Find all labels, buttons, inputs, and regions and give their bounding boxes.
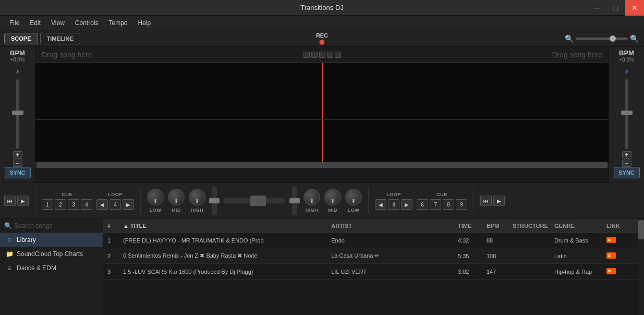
zoom-thumb[interactable] <box>610 35 616 42</box>
menu-tempo[interactable]: Tempo <box>104 17 133 29</box>
divider-4 <box>473 188 474 214</box>
right-mid-knob[interactable] <box>324 189 341 205</box>
waveform-lower[interactable] <box>35 120 609 162</box>
track-artist: La Casa Urbana ✏ <box>329 252 456 259</box>
maximize-button[interactable]: □ <box>606 0 625 16</box>
rec-indicator: REC <box>316 32 328 45</box>
rec-dot[interactable] <box>319 40 324 45</box>
right-drop-zone[interactable]: Drag song here <box>343 47 609 62</box>
col-header-link[interactable]: LINK <box>604 223 636 229</box>
left-prev-button[interactable]: ⏮ <box>4 196 16 206</box>
mini-btn-5[interactable] <box>335 52 341 58</box>
right-cue-7[interactable]: 7 <box>430 199 441 210</box>
tab-timeline[interactable]: TIMELINE <box>40 33 80 44</box>
mini-btn-1[interactable] <box>303 52 310 58</box>
right-bpm-label: BPM <box>619 49 634 57</box>
right-pitch-minus[interactable]: − <box>622 160 631 167</box>
minimize-button[interactable]: ─ <box>588 0 606 16</box>
right-pitch-thumb[interactable] <box>621 111 633 115</box>
tracklist-scrollbar-thumb[interactable] <box>638 220 644 239</box>
right-pitch-slider[interactable] <box>625 79 628 149</box>
left-high-knob[interactable] <box>189 189 205 205</box>
crossfader-thumb[interactable] <box>250 196 266 206</box>
left-cue-label: CUE <box>62 192 72 197</box>
left-mid-knob[interactable] <box>168 189 185 205</box>
left-mid-label: MID <box>172 208 181 213</box>
zoom-out-icon[interactable]: 🔍 <box>565 34 574 43</box>
track-row[interactable]: 3 1.5 -LUV SCARS K.o 1600 (Produced By D… <box>103 264 638 280</box>
deck-area: BPM +0.0% ♪ + − SYNC Drag song here Drag… <box>0 47 644 183</box>
right-cue-6[interactable]: 6 <box>417 199 428 210</box>
left-cue-3[interactable]: 3 <box>68 199 79 210</box>
menu-edit[interactable]: Edit <box>25 17 46 29</box>
left-sync-button[interactable]: SYNC <box>5 167 31 178</box>
close-button[interactable]: ✕ <box>625 0 644 16</box>
search-input[interactable] <box>14 222 99 229</box>
soundcloud-link-icon[interactable] <box>606 252 616 259</box>
tab-scope[interactable]: SCOPE <box>4 33 38 44</box>
right-high-knob[interactable] <box>303 189 320 205</box>
menu-view[interactable]: View <box>46 17 70 29</box>
tabbar: SCOPE TIMELINE REC 🔍 🔍 <box>0 30 644 47</box>
left-volume-thumb[interactable] <box>209 198 220 203</box>
right-volume-thumb[interactable] <box>289 198 300 203</box>
left-pitch-thumb[interactable] <box>12 111 23 115</box>
left-cue-1[interactable]: 1 <box>42 199 53 210</box>
right-loop-prev[interactable]: ◀ <box>375 199 386 210</box>
waveform-upper[interactable] <box>35 63 609 120</box>
track-row[interactable]: 1 (FREE DL) HAYYYO - MR TRAUMATIK & ENDO… <box>103 233 638 248</box>
zoom-in-icon[interactable]: 🔍 <box>630 34 639 43</box>
right-cue-8[interactable]: 8 <box>443 199 454 210</box>
left-drop-zone[interactable]: Drag song here <box>35 47 301 62</box>
left-pitch-minus[interactable]: − <box>13 160 22 167</box>
right-low-knob[interactable] <box>345 189 362 205</box>
left-cue-4[interactable]: 4 <box>81 199 92 210</box>
sidebar-item-soundcloud[interactable]: 📁 SoundCloud Top Charts <box>0 247 103 261</box>
track-row[interactable]: 2 0 Sentimientos Remix - Jon Z ✖ Baby Ra… <box>103 248 638 264</box>
waveform-scrollbar[interactable] <box>35 162 609 168</box>
sidebar-item-dance-edm[interactable]: ≡ Dance & EDM <box>0 261 103 275</box>
right-transport: ⏮ ▶ <box>480 196 505 206</box>
right-play-button[interactable]: ▶ <box>493 196 505 206</box>
left-loop-count[interactable]: 4 <box>110 199 121 210</box>
track-num: 3 <box>105 269 121 275</box>
waveform-scrollbar-thumb[interactable] <box>37 162 607 168</box>
tracklist-scrollbar <box>638 219 644 315</box>
menu-controls[interactable]: Controls <box>70 17 104 29</box>
menu-file[interactable]: File <box>4 17 25 29</box>
col-header-num[interactable]: # <box>105 223 121 229</box>
right-volume-fader[interactable] <box>292 187 297 215</box>
soundcloud-link-icon[interactable] <box>606 237 616 243</box>
menu-help[interactable]: Help <box>133 17 156 29</box>
right-prev-button[interactable]: ⏮ <box>480 196 492 206</box>
col-header-time[interactable]: TIME <box>456 223 484 229</box>
crossfader[interactable] <box>223 198 286 203</box>
left-cue-2[interactable]: 2 <box>55 199 66 210</box>
soundcloud-link-icon[interactable] <box>606 268 616 274</box>
right-loop-next[interactable]: ▶ <box>401 199 412 210</box>
col-header-structure[interactable]: STRUCTURE <box>511 223 552 229</box>
left-loop-next[interactable]: ▶ <box>123 199 134 210</box>
left-low-knob[interactable] <box>147 189 164 205</box>
left-volume-fader[interactable] <box>212 187 217 215</box>
left-pitch-slider[interactable] <box>16 79 19 149</box>
mini-btn-3[interactable] <box>319 52 325 58</box>
right-sync-button[interactable]: SYNC <box>614 167 640 178</box>
mini-btn-2[interactable] <box>311 52 318 58</box>
right-pitch-plus[interactable]: + <box>622 151 631 159</box>
col-header-bpm[interactable]: BPM <box>484 223 511 229</box>
col-header-title[interactable]: ▲ TITLE <box>121 223 329 229</box>
left-loop-label: LOOP <box>108 192 123 197</box>
sidebar-label-soundcloud: SoundCloud Top Charts <box>17 250 83 258</box>
mini-btn-4[interactable] <box>327 52 333 58</box>
right-loop-count[interactable]: 4 <box>388 199 399 210</box>
col-header-genre[interactable]: GENRE <box>552 223 604 229</box>
right-cue-9[interactable]: 9 <box>456 199 467 210</box>
left-high-label: HIGH <box>191 208 204 213</box>
left-loop-prev[interactable]: ◀ <box>96 199 108 210</box>
sidebar-item-library[interactable]: ≡ Library <box>0 233 103 247</box>
col-header-artist[interactable]: ARTIST <box>329 223 456 229</box>
left-play-button[interactable]: ▶ <box>17 196 29 206</box>
left-pitch-plus[interactable]: + <box>13 151 22 159</box>
zoom-slider[interactable] <box>576 38 628 40</box>
